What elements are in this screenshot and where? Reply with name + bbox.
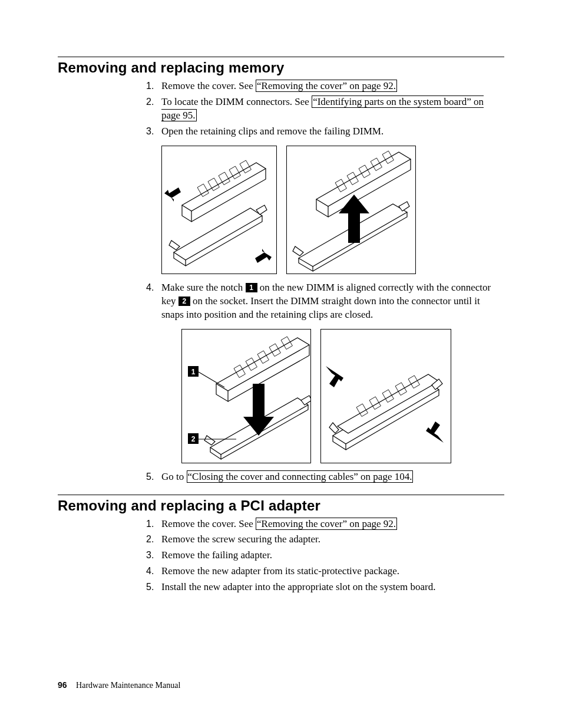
figure-row-1 [161, 146, 504, 274]
step-number: 1. [146, 80, 154, 93]
step-5: 5. Install the new adapter into the appr… [146, 581, 504, 594]
step-1: 1. Remove the cover. See “Removing the c… [146, 80, 504, 93]
step-text: Remove the new adapter from its static-p… [161, 565, 399, 577]
page-footer: 96 Hardware Maintenance Manual [58, 680, 180, 690]
figure-dimm-insert: 1 2 [181, 329, 311, 463]
heading-memory: Removing and replacing memory [58, 60, 504, 76]
step-number: 2. [146, 95, 154, 108]
section1-content: 1. Remove the cover. See “Removing the c… [146, 80, 504, 484]
figure-clips-close [320, 329, 451, 463]
step-number: 4. [146, 281, 154, 294]
step-4: 4. Remove the new adapter from its stati… [146, 565, 504, 578]
step-number: 4. [146, 565, 154, 578]
step-text: Remove the cover. See [161, 518, 256, 529]
svg-text:2: 2 [191, 435, 196, 443]
step-5: 5. Go to “Closing the cover and connecti… [146, 470, 504, 484]
dimm-clip-close-illustration [321, 330, 451, 463]
step-1: 1. Remove the cover. See “Removing the c… [146, 518, 504, 531]
step-number: 3. [146, 125, 154, 138]
steps-memory-cont: 4. Make sure the notch 1 on the new DIMM… [146, 281, 504, 322]
figure-dimm-lift [286, 146, 416, 274]
step-text: To locate the DIMM connectors. See [161, 96, 312, 107]
figure-clips-open [161, 146, 277, 274]
section2-content: 1. Remove the cover. See “Removing the c… [146, 518, 504, 595]
dimm-insert-illustration: 1 2 [182, 330, 311, 463]
step-2: 2. Remove the screw securing the adapter… [146, 533, 504, 546]
section-rule [58, 57, 504, 57]
section-rule [58, 495, 504, 495]
step-text-a: Make sure the notch [161, 282, 246, 293]
step-text: Go to [161, 471, 187, 482]
dimm-lift-illustration [287, 146, 416, 274]
step-number: 3. [146, 549, 154, 562]
xref-closing-cover[interactable]: “Closing the cover and connecting cables… [187, 470, 414, 483]
callout-2: 2 [178, 297, 190, 306]
step-number: 1. [146, 518, 154, 531]
step-number: 5. [146, 470, 154, 483]
step-text: Remove the cover. See [161, 80, 256, 91]
page-number: 96 [58, 680, 67, 690]
step-number: 5. [146, 581, 154, 594]
steps-pci: 1. Remove the cover. See “Removing the c… [146, 518, 504, 595]
step-text: Open the retaining clips and remove the … [161, 126, 384, 137]
xref-removing-cover[interactable]: “Removing the cover” on page 92. [256, 80, 397, 92]
step-2: 2. To locate the DIMM connectors. See “I… [146, 95, 504, 123]
xref-removing-cover[interactable]: “Removing the cover” on page 92. [256, 518, 397, 530]
footer-title: Hardware Maintenance Manual [76, 681, 180, 690]
steps-memory-end: 5. Go to “Closing the cover and connecti… [146, 470, 504, 484]
step-text: Install the new adapter into the appropr… [161, 581, 435, 592]
callout-1: 1 [246, 283, 257, 292]
steps-memory: 1. Remove the cover. See “Removing the c… [146, 80, 504, 139]
step-text-c: on the socket. Insert the DIMM straight … [161, 295, 480, 320]
svg-text:1: 1 [191, 368, 196, 376]
step-3: 3. Remove the failing adapter. [146, 549, 504, 562]
figure-row-2: 1 2 [181, 329, 504, 463]
step-number: 2. [146, 533, 154, 546]
svg-line-15 [199, 372, 224, 387]
step-text: Remove the screw securing the adapter. [161, 533, 320, 545]
step-3: 3. Open the retaining clips and remove t… [146, 125, 504, 139]
page: Removing and replacing memory 1. Remove … [0, 0, 562, 728]
step-4: 4. Make sure the notch 1 on the new DIMM… [146, 281, 504, 322]
heading-pci: Removing and replacing a PCI adapter [58, 498, 504, 514]
dimm-clip-open-illustration [162, 146, 277, 274]
step-text: Remove the failing adapter. [161, 549, 272, 561]
